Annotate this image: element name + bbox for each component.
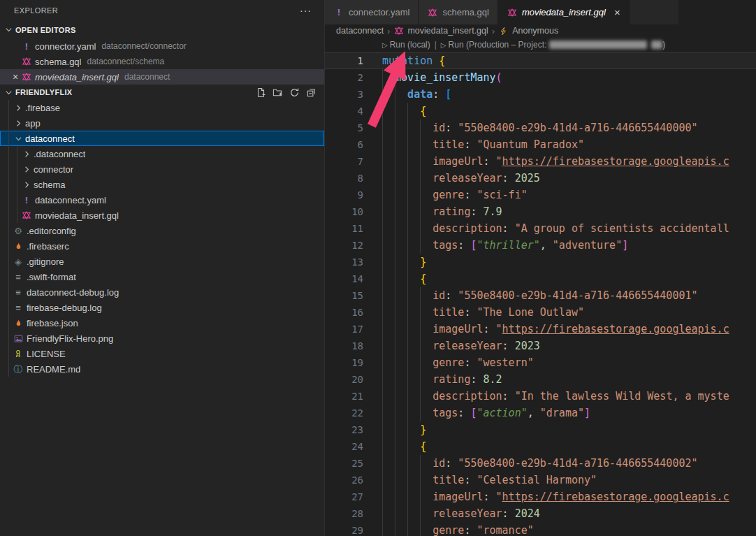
code-line-25[interactable]: 25id: "550e8400-e29b-41d4-a716-446655440… xyxy=(325,455,756,472)
tree-file-.gitignore[interactable]: ◈.gitignore xyxy=(0,254,324,269)
tab-schema.gql[interactable]: schema.gql xyxy=(419,0,497,24)
indent-guides xyxy=(382,522,432,536)
code-line-14[interactable]: 14{ xyxy=(325,270,756,287)
tree-item-label: firebase-debug.log xyxy=(27,303,102,313)
graphql-icon xyxy=(21,72,32,82)
more-actions-icon[interactable]: ··· xyxy=(300,5,312,16)
code-line-text: title: "The Lone Outlaw" xyxy=(382,304,584,321)
code-line-23[interactable]: 23} xyxy=(325,421,756,438)
open-editor-label: schema.gql xyxy=(35,57,81,67)
open-editor-description: dataconnect xyxy=(124,72,170,82)
open-editor-schema.gql[interactable]: schema.gqldataconnect/schema xyxy=(0,54,324,69)
code-line-20[interactable]: 20rating: 8.2 xyxy=(325,371,756,388)
tree-folder-schema[interactable]: schema xyxy=(0,177,324,192)
tree-file-.editorconfig[interactable]: ⚙.editorconfig xyxy=(0,223,324,238)
indent-guides xyxy=(382,119,432,136)
line-number: 26 xyxy=(325,472,363,488)
line-number: 28 xyxy=(325,505,363,522)
code-line-19[interactable]: 19genre: "western" xyxy=(325,354,756,371)
tree-file-.swift-format[interactable]: ≡.swift-format xyxy=(0,269,324,284)
tree-folder-app[interactable]: app xyxy=(0,115,324,131)
code-line-16[interactable]: 16title: "The Lone Outlaw" xyxy=(325,304,756,321)
tree-file-LICENSE[interactable]: LICENSE xyxy=(0,346,324,361)
line-number: 22 xyxy=(325,405,363,421)
code-line-24[interactable]: 24{ xyxy=(325,438,756,455)
tab-bar-empty xyxy=(678,0,756,24)
code-line-27[interactable]: 27imageUrl: "https://firebasestorage.goo… xyxy=(325,488,756,505)
breadcrumb-item-symbol[interactable]: Anonymous xyxy=(512,26,558,36)
redacted-project-id xyxy=(651,41,662,49)
code-line-7[interactable]: 7imageUrl: "https://firebasestorage.goog… xyxy=(325,153,756,170)
code-line-13[interactable]: 13} xyxy=(325,254,756,270)
code-line-5[interactable]: 5id: "550e8400-e29b-41d4-a716-4466554400… xyxy=(325,119,756,136)
workspace-root-header[interactable]: FRIENDLYFLIX xyxy=(0,85,324,100)
tree-file-dataconnect-debug.log[interactable]: ≡dataconnect-debug.log xyxy=(0,284,324,300)
code-line-21[interactable]: 21description: "In the lawless Wild West… xyxy=(325,388,756,405)
tree-file-firebase-debug.log[interactable]: ≡firebase-debug.log xyxy=(0,300,324,315)
tree-item-label: firebase.json xyxy=(27,318,78,328)
tree-file-README.md[interactable]: ⓘREADME.md xyxy=(0,361,324,377)
code-line-12[interactable]: 12tags: ["thriller", "adventure"] xyxy=(325,237,756,254)
tree-item-label: moviedata_insert.gql xyxy=(35,210,119,221)
code-line-text: title: "Quantum Paradox" xyxy=(382,136,584,153)
code-line-26[interactable]: 26title: "Celestial Harmony" xyxy=(325,472,756,488)
line-number: 25 xyxy=(325,455,363,472)
code-line-text: rating: 8.2 xyxy=(382,371,502,388)
code-line-28[interactable]: 28releaseYear: 2024 xyxy=(325,505,756,522)
indent-guides xyxy=(382,170,432,187)
chevron-down-icon xyxy=(13,133,24,144)
refresh-icon[interactable] xyxy=(288,86,300,99)
breadcrumb-item-file[interactable]: moviedata_insert.gql xyxy=(407,26,488,36)
code-line-29[interactable]: 29genre: "romance" xyxy=(325,522,756,536)
code-line-8[interactable]: 8releaseYear: 2025 xyxy=(325,170,756,187)
new-folder-icon[interactable] xyxy=(271,86,284,99)
code-line-18[interactable]: 18releaseYear: 2023 xyxy=(325,338,756,354)
close-icon[interactable]: × xyxy=(10,71,21,82)
code-line-3[interactable]: 3data: [ xyxy=(325,86,756,103)
code-line-6[interactable]: 6title: "Quantum Paradox" xyxy=(325,136,756,153)
run-local-link[interactable]: ▷ Run (local) xyxy=(382,40,430,50)
open-editor-connector.yaml[interactable]: !connector.yamldataconnect/connector xyxy=(0,38,324,54)
tree-folder-connector[interactable]: connector xyxy=(0,161,324,177)
tree-folder-.dataconnect[interactable]: .dataconnect xyxy=(0,146,324,161)
lines-icon: ≡ xyxy=(13,273,24,282)
breadcrumb-item-folder[interactable]: dataconnect xyxy=(336,26,384,36)
tree-file-moviedata_insert.gql[interactable]: moviedata_insert.gql xyxy=(0,208,324,223)
tree-file-FriendlyFlix-Hero.png[interactable]: FriendlyFlix-Hero.png xyxy=(0,331,324,346)
git-icon: ◈ xyxy=(13,257,24,266)
code-editor[interactable]: 1mutation {2movie_insertMany(3data: [4{5… xyxy=(325,52,756,536)
code-line-text: description: "In the lawless Wild West, … xyxy=(382,388,729,405)
codelens-row: ▷ Run (local) | ▷ Run (Production – Proj… xyxy=(325,37,756,52)
tab-connector.yaml[interactable]: !connector.yaml xyxy=(325,0,419,24)
code-line-17[interactable]: 17imageUrl: "https://firebasestorage.goo… xyxy=(325,321,756,338)
tree-file-firebase.json[interactable]: firebase.json xyxy=(0,315,324,331)
collapse-all-icon[interactable] xyxy=(305,86,317,99)
open-editors-header[interactable]: OPEN EDITORS xyxy=(0,21,324,38)
open-editor-moviedata_insert.gql[interactable]: ×moviedata_insert.gqldataconnect xyxy=(0,69,324,85)
new-file-icon[interactable] xyxy=(254,86,267,99)
code-line-1[interactable]: 1mutation { xyxy=(325,52,756,69)
close-icon[interactable]: × xyxy=(614,7,620,17)
code-line-15[interactable]: 15id: "550e8400-e29b-41d4-a716-446655440… xyxy=(325,287,756,304)
tab-bar: !connector.yamlschema.gqlmoviedata_inser… xyxy=(325,0,756,24)
run-production-link[interactable]: ▷ Run (Production – Project: ) xyxy=(441,40,665,50)
tab-moviedata_insert.gql[interactable]: moviedata_insert.gql× xyxy=(498,0,630,24)
line-number: 10 xyxy=(325,203,363,220)
code-line-text: releaseYear: 2024 xyxy=(382,505,540,522)
line-number: 8 xyxy=(325,170,363,187)
indent-guides xyxy=(382,254,420,270)
code-line-4[interactable]: 4{ xyxy=(325,103,756,119)
code-line-text: rating: 7.9 xyxy=(382,203,502,220)
line-number: 15 xyxy=(325,287,363,304)
tree-file-.firebaserc[interactable]: .firebaserc xyxy=(0,238,324,254)
code-line-9[interactable]: 9genre: "sci-fi" xyxy=(325,187,756,203)
tree-folder-dataconnect[interactable]: dataconnect xyxy=(0,131,324,146)
code-line-11[interactable]: 11description: "A group of scientists ac… xyxy=(325,220,756,237)
code-line-22[interactable]: 22tags: ["action", "drama"] xyxy=(325,405,756,421)
tree-folder-.firebase[interactable]: .firebase xyxy=(0,100,324,115)
vscode-window: EXPLORER ··· OPEN EDITORS !connector.yam… xyxy=(0,0,756,536)
tree-file-dataconnect.yaml[interactable]: !dataconnect.yaml xyxy=(0,192,324,208)
yaml-icon: ! xyxy=(21,42,32,51)
code-line-10[interactable]: 10rating: 7.9 xyxy=(325,203,756,220)
code-line-2[interactable]: 2movie_insertMany( xyxy=(325,69,756,86)
